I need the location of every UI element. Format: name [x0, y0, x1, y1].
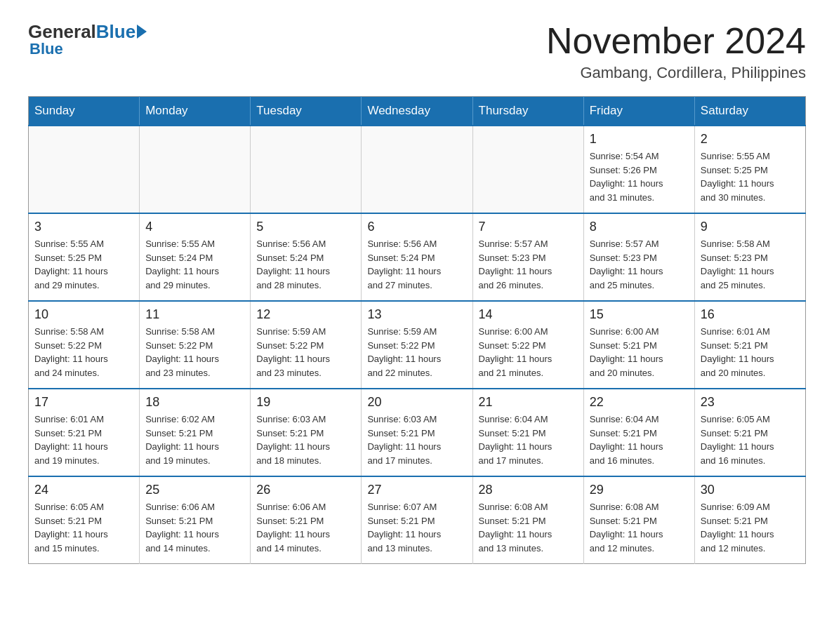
- calendar-cell: 20Sunrise: 6:03 AM Sunset: 5:21 PM Dayli…: [362, 389, 472, 476]
- day-number: 25: [145, 483, 244, 497]
- calendar-cell: 18Sunrise: 6:02 AM Sunset: 5:21 PM Dayli…: [140, 389, 251, 476]
- day-number: 24: [34, 483, 133, 497]
- day-number: 11: [145, 307, 244, 322]
- day-info: Sunrise: 5:54 AM Sunset: 5:26 PM Dayligh…: [590, 149, 689, 204]
- day-number: 16: [701, 307, 800, 322]
- week-row-5: 24Sunrise: 6:05 AM Sunset: 5:21 PM Dayli…: [29, 476, 806, 564]
- day-number: 14: [479, 307, 578, 322]
- days-of-week-row: SundayMondayTuesdayWednesdayThursdayFrid…: [29, 97, 806, 126]
- calendar-cell: 26Sunrise: 6:06 AM Sunset: 5:21 PM Dayli…: [251, 476, 362, 564]
- week-row-2: 3Sunrise: 5:55 AM Sunset: 5:25 PM Daylig…: [29, 213, 806, 301]
- day-info: Sunrise: 6:02 AM Sunset: 5:21 PM Dayligh…: [145, 412, 244, 467]
- day-info: Sunrise: 6:04 AM Sunset: 5:21 PM Dayligh…: [590, 412, 689, 467]
- day-of-week-monday: Monday: [140, 97, 251, 126]
- calendar-cell: 12Sunrise: 5:59 AM Sunset: 5:22 PM Dayli…: [251, 301, 362, 389]
- day-number: 20: [367, 395, 466, 410]
- day-number: 3: [34, 220, 133, 234]
- day-number: 10: [34, 307, 133, 322]
- calendar-header: SundayMondayTuesdayWednesdayThursdayFrid…: [29, 97, 806, 126]
- day-info: Sunrise: 6:05 AM Sunset: 5:21 PM Dayligh…: [34, 500, 133, 555]
- calendar-cell: [29, 126, 140, 213]
- day-info: Sunrise: 5:58 AM Sunset: 5:22 PM Dayligh…: [145, 325, 244, 380]
- day-number: 21: [479, 395, 578, 410]
- day-number: 28: [479, 483, 578, 497]
- day-of-week-saturday: Saturday: [694, 97, 805, 126]
- calendar-cell: 21Sunrise: 6:04 AM Sunset: 5:21 PM Dayli…: [472, 389, 583, 476]
- calendar-cell: [362, 126, 472, 213]
- day-info: Sunrise: 5:59 AM Sunset: 5:22 PM Dayligh…: [367, 325, 466, 380]
- day-info: Sunrise: 6:00 AM Sunset: 5:22 PM Dayligh…: [479, 325, 578, 380]
- day-number: 1: [590, 132, 689, 147]
- day-info: Sunrise: 6:06 AM Sunset: 5:21 PM Dayligh…: [256, 500, 355, 555]
- calendar-cell: 30Sunrise: 6:09 AM Sunset: 5:21 PM Dayli…: [694, 476, 805, 564]
- calendar-cell: 28Sunrise: 6:08 AM Sunset: 5:21 PM Dayli…: [472, 476, 583, 564]
- calendar-cell: 8Sunrise: 5:57 AM Sunset: 5:23 PM Daylig…: [583, 213, 694, 301]
- day-info: Sunrise: 5:58 AM Sunset: 5:22 PM Dayligh…: [34, 325, 133, 380]
- week-row-3: 10Sunrise: 5:58 AM Sunset: 5:22 PM Dayli…: [29, 301, 806, 389]
- day-number: 29: [590, 483, 689, 497]
- day-number: 23: [701, 395, 800, 410]
- day-number: 9: [701, 220, 800, 234]
- calendar-cell: 6Sunrise: 5:56 AM Sunset: 5:24 PM Daylig…: [362, 213, 472, 301]
- calendar-table: SundayMondayTuesdayWednesdayThursdayFrid…: [28, 96, 806, 564]
- day-of-week-tuesday: Tuesday: [251, 97, 362, 126]
- day-number: 19: [256, 395, 355, 410]
- day-info: Sunrise: 6:08 AM Sunset: 5:21 PM Dayligh…: [590, 500, 689, 555]
- day-number: 15: [590, 307, 689, 322]
- day-info: Sunrise: 6:04 AM Sunset: 5:21 PM Dayligh…: [479, 412, 578, 467]
- day-number: 26: [256, 483, 355, 497]
- day-number: 8: [590, 220, 689, 234]
- day-info: Sunrise: 6:07 AM Sunset: 5:21 PM Dayligh…: [367, 500, 466, 555]
- calendar-location: Gambang, Cordillera, Philippines: [546, 64, 806, 82]
- day-info: Sunrise: 6:01 AM Sunset: 5:21 PM Dayligh…: [34, 412, 133, 467]
- day-number: 2: [701, 132, 800, 147]
- calendar-cell: [251, 126, 362, 213]
- calendar-cell: 1Sunrise: 5:54 AM Sunset: 5:26 PM Daylig…: [583, 126, 694, 213]
- calendar-body: 1Sunrise: 5:54 AM Sunset: 5:26 PM Daylig…: [29, 126, 806, 564]
- calendar-cell: [140, 126, 251, 213]
- day-info: Sunrise: 6:06 AM Sunset: 5:21 PM Dayligh…: [145, 500, 244, 555]
- day-info: Sunrise: 6:01 AM Sunset: 5:21 PM Dayligh…: [701, 325, 800, 380]
- logo-arrow-icon: [137, 25, 147, 39]
- calendar-cell: 4Sunrise: 5:55 AM Sunset: 5:24 PM Daylig…: [140, 213, 251, 301]
- day-number: 12: [256, 307, 355, 322]
- week-row-1: 1Sunrise: 5:54 AM Sunset: 5:26 PM Daylig…: [29, 126, 806, 213]
- day-number: 27: [367, 483, 466, 497]
- day-info: Sunrise: 6:00 AM Sunset: 5:21 PM Dayligh…: [590, 325, 689, 380]
- calendar-cell: 23Sunrise: 6:05 AM Sunset: 5:21 PM Dayli…: [694, 389, 805, 476]
- calendar-cell: 10Sunrise: 5:58 AM Sunset: 5:22 PM Dayli…: [29, 301, 140, 389]
- calendar-cell: 14Sunrise: 6:00 AM Sunset: 5:22 PM Dayli…: [472, 301, 583, 389]
- calendar-cell: 22Sunrise: 6:04 AM Sunset: 5:21 PM Dayli…: [583, 389, 694, 476]
- day-info: Sunrise: 6:03 AM Sunset: 5:21 PM Dayligh…: [367, 412, 466, 467]
- day-info: Sunrise: 5:55 AM Sunset: 5:25 PM Dayligh…: [701, 149, 800, 204]
- calendar-cell: [472, 126, 583, 213]
- day-number: 6: [367, 220, 466, 234]
- day-info: Sunrise: 6:08 AM Sunset: 5:21 PM Dayligh…: [479, 500, 578, 555]
- calendar-cell: 11Sunrise: 5:58 AM Sunset: 5:22 PM Dayli…: [140, 301, 251, 389]
- calendar-title: November 2024: [546, 21, 806, 61]
- calendar-cell: 9Sunrise: 5:58 AM Sunset: 5:23 PM Daylig…: [694, 213, 805, 301]
- day-number: 4: [145, 220, 244, 234]
- title-area: November 2024 Gambang, Cordillera, Phili…: [546, 21, 806, 82]
- day-number: 30: [701, 483, 800, 497]
- calendar-cell: 17Sunrise: 6:01 AM Sunset: 5:21 PM Dayli…: [29, 389, 140, 476]
- day-of-week-wednesday: Wednesday: [362, 97, 472, 126]
- day-info: Sunrise: 6:05 AM Sunset: 5:21 PM Dayligh…: [701, 412, 800, 467]
- calendar-cell: 15Sunrise: 6:00 AM Sunset: 5:21 PM Dayli…: [583, 301, 694, 389]
- day-number: 13: [367, 307, 466, 322]
- calendar-cell: 16Sunrise: 6:01 AM Sunset: 5:21 PM Dayli…: [694, 301, 805, 389]
- day-info: Sunrise: 5:57 AM Sunset: 5:23 PM Dayligh…: [590, 237, 689, 292]
- calendar-cell: 19Sunrise: 6:03 AM Sunset: 5:21 PM Dayli…: [251, 389, 362, 476]
- day-of-week-friday: Friday: [583, 97, 694, 126]
- day-number: 22: [590, 395, 689, 410]
- day-number: 5: [256, 220, 355, 234]
- day-info: Sunrise: 6:09 AM Sunset: 5:21 PM Dayligh…: [701, 500, 800, 555]
- day-info: Sunrise: 5:56 AM Sunset: 5:24 PM Dayligh…: [256, 237, 355, 292]
- calendar-cell: 3Sunrise: 5:55 AM Sunset: 5:25 PM Daylig…: [29, 213, 140, 301]
- header: General Blue Blue November 2024 Gambang,…: [28, 21, 806, 82]
- logo-blue: Blue: [96, 21, 135, 43]
- day-of-week-thursday: Thursday: [472, 97, 583, 126]
- day-info: Sunrise: 5:55 AM Sunset: 5:25 PM Dayligh…: [34, 237, 133, 292]
- day-number: 18: [145, 395, 244, 410]
- day-info: Sunrise: 6:03 AM Sunset: 5:21 PM Dayligh…: [256, 412, 355, 467]
